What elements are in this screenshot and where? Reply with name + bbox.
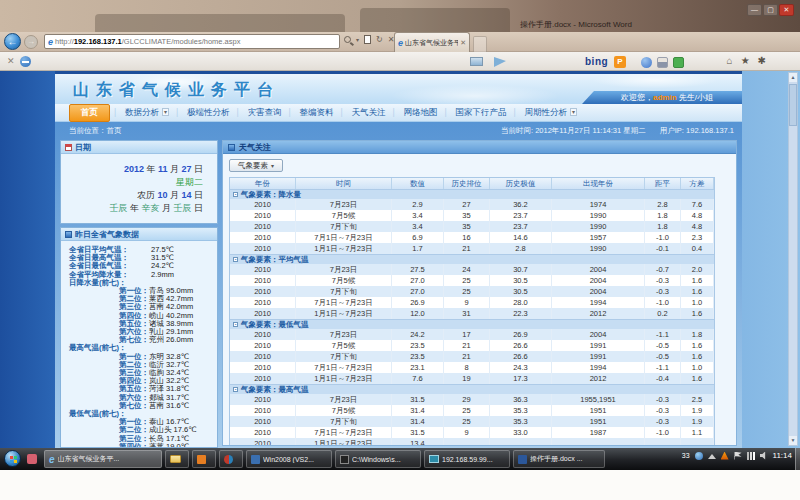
nav-item-首页[interactable]: 首页 xyxy=(69,104,110,122)
screen-margin xyxy=(0,470,800,500)
page-scrollbar[interactable]: ▲ ▼ xyxy=(788,72,798,446)
bing-badge-icon[interactable]: P xyxy=(614,56,626,68)
taskbar-task-ie[interactable]: e山东省气候业务平... xyxy=(44,450,162,468)
address-bar[interactable]: e http://192.168.137.1/GLCCLIMATE/module… xyxy=(44,34,340,49)
ie-icon: e xyxy=(49,454,55,465)
table-cell: 7月下旬 xyxy=(296,286,392,297)
scrollbar-thumb[interactable] xyxy=(789,84,797,126)
table-row: 20107月1日～7月23日23.1824.31994-1.11.0 xyxy=(230,362,714,373)
table-cell: 1957 xyxy=(552,232,645,243)
element-select-button[interactable]: 气象要素▾ xyxy=(229,159,283,172)
nav-item-周期性分析[interactable]: 周期性分析▾ xyxy=(516,107,587,119)
nav-item-极端性分析[interactable]: 极端性分析 xyxy=(178,107,239,119)
chevron-down-icon[interactable]: ▾ xyxy=(162,108,169,116)
tray-security-icon[interactable] xyxy=(721,452,729,460)
collapse-icon[interactable]: - xyxy=(233,387,238,392)
scroll-down-icon[interactable]: ▼ xyxy=(789,436,797,445)
browser-toolbar: ✕ bing P ⌂ ★ ✱ xyxy=(0,52,800,71)
tray-action-center-icon[interactable] xyxy=(734,452,742,460)
back-button[interactable]: ← xyxy=(4,33,21,50)
close-icon[interactable]: ✕ xyxy=(779,4,794,16)
camera-icon[interactable] xyxy=(641,57,652,68)
favorites-star-icon[interactable]: ★ xyxy=(741,55,750,66)
weather-focus-body: 气象要素▾ 年份时间数值历史排位历史极值出现年份距平方差-气象要素：降水量201… xyxy=(223,154,736,446)
background-window-controls[interactable]: — ▢ ✕ xyxy=(747,4,794,16)
nav-item-网络地图[interactable]: 网络地图 xyxy=(395,107,447,119)
table-cell: 1991 xyxy=(552,351,645,362)
tray-clock[interactable]: 11:14 xyxy=(773,451,792,460)
send-icon[interactable] xyxy=(494,57,506,67)
tray-expand-icon[interactable] xyxy=(708,454,716,459)
nav-item-整编资料[interactable]: 整编资料 xyxy=(291,107,343,119)
table-cell: 35.3 xyxy=(490,416,552,427)
home-icon[interactable]: ⌂ xyxy=(727,55,733,66)
task-label: 操作手册.docx ... xyxy=(530,454,583,464)
taskbar-task-folder[interactable] xyxy=(165,450,189,468)
chevron-down-icon[interactable]: ▾ xyxy=(570,108,577,116)
table-cell: 24.3 xyxy=(490,362,552,373)
table-cell: 1991 xyxy=(552,340,645,351)
nav-item-天气关注[interactable]: 天气关注 xyxy=(343,107,395,119)
table-cell: 7月23日 xyxy=(296,329,392,340)
table-cell: 2010 xyxy=(230,232,296,243)
table-cell: 7月23日 xyxy=(296,264,392,275)
taskbar-task-rdp[interactable]: 192.168.59.99... xyxy=(424,450,510,468)
table-cell: 6.9 xyxy=(392,232,444,243)
mail-icon[interactable] xyxy=(470,57,483,66)
bing-logo[interactable]: bing xyxy=(585,56,608,67)
table-cell: 29 xyxy=(444,394,490,405)
compatibility-icon[interactable] xyxy=(364,35,371,44)
minimize-icon[interactable]: — xyxy=(747,4,762,16)
tab-close-icon[interactable]: ✕ xyxy=(460,39,466,47)
taskbar-task-orange[interactable] xyxy=(192,450,216,468)
table-cell: 2004 xyxy=(552,286,645,297)
table-cell: 31.5 xyxy=(392,394,444,405)
table-group-row[interactable]: -气象要素：降水量 xyxy=(230,189,714,199)
cmd-icon xyxy=(340,455,349,464)
user-ip: 用户IP: 192.168.137.1 xyxy=(660,126,734,136)
table-cell: 7月1日～7月23日 xyxy=(296,362,392,373)
show-desktop-button[interactable] xyxy=(795,448,800,470)
table-row: 20107月23日24.21726.92004-1.11.8 xyxy=(230,329,714,340)
table-cell: -0.3 xyxy=(645,416,681,427)
task-label: C:\Windows\s... xyxy=(352,456,401,463)
browser-tab[interactable]: e 山东省气候业务平... ✕ xyxy=(394,32,470,52)
taskbar-task-word[interactable]: 操作手册.docx ... xyxy=(513,450,605,468)
search-dropdown-icon[interactable]: ▾ xyxy=(356,36,359,43)
taskbar-task-red[interactable] xyxy=(219,450,243,468)
nav-item-灾害查询[interactable]: 灾害查询 xyxy=(239,107,291,119)
nav-item-label: 极端性分析 xyxy=(187,107,230,117)
search-icon[interactable] xyxy=(344,36,351,43)
scroll-up-icon[interactable]: ▲ xyxy=(789,73,797,82)
nav-item-国家下行产品[interactable]: 国家下行产品 xyxy=(447,107,516,119)
settings-gear-icon[interactable]: ✱ xyxy=(758,55,766,66)
tray-browser-icon[interactable] xyxy=(695,452,703,460)
welcome-username: admin xyxy=(653,93,677,102)
taskbar-task-cmd[interactable]: C:\Windows\s... xyxy=(335,450,421,468)
pinned-app-icon[interactable] xyxy=(27,454,37,464)
maximize-icon[interactable]: ▢ xyxy=(763,4,778,16)
table-row: 20107月23日27.52430.72004-0.72.0 xyxy=(230,264,714,275)
addon-puzzle-icon[interactable] xyxy=(673,57,684,68)
start-button[interactable] xyxy=(4,450,21,467)
new-tab-button[interactable] xyxy=(473,36,487,52)
collapse-icon[interactable]: - xyxy=(233,257,238,262)
table-cell: 7.6 xyxy=(392,373,444,384)
table-group-row[interactable]: -气象要素：最高气温 xyxy=(230,384,714,394)
tray-network-icon[interactable] xyxy=(747,452,755,460)
collapse-icon[interactable]: - xyxy=(233,322,238,327)
table-group-row[interactable]: -气象要素：平均气温 xyxy=(230,254,714,264)
nav-item-数据分析[interactable]: 数据分析▾ xyxy=(116,107,178,119)
table-cell: -0.4 xyxy=(645,373,681,384)
forward-button[interactable]: → xyxy=(24,35,38,49)
contact-icon[interactable] xyxy=(657,57,668,68)
toolbar-close-icon[interactable]: ✕ xyxy=(7,56,15,66)
addon-icon[interactable] xyxy=(20,56,31,67)
table-cell xyxy=(552,438,645,446)
refresh-icon[interactable]: ↻ xyxy=(376,35,383,44)
table-group-row[interactable]: -气象要素：最低气温 xyxy=(230,319,714,329)
taskbar-task-vm[interactable]: Win2008 (VS2... xyxy=(246,450,332,468)
tray-volume-icon[interactable] xyxy=(760,452,768,460)
table-cell: 2.8 xyxy=(645,199,681,210)
collapse-icon[interactable]: - xyxy=(233,192,238,197)
